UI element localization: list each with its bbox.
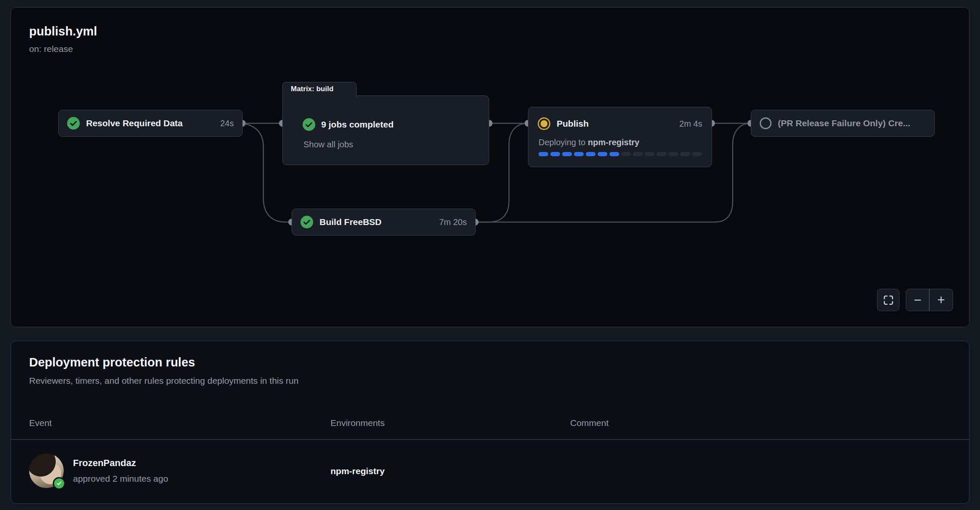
check-circle-icon (300, 216, 313, 228)
job-label: Resolve Required Data (86, 118, 214, 128)
progress-segment (539, 152, 548, 156)
empty-circle-icon (760, 117, 772, 129)
approval-status: approved 2 minutes ago (73, 474, 168, 484)
rules-subheading: Reviewers, timers, and other rules prote… (29, 376, 298, 386)
rules-heading: Deployment protection rules (29, 355, 195, 369)
job-duration: 24s (220, 119, 234, 128)
progress-segment (550, 152, 560, 156)
deploy-target: npm-registry (588, 138, 639, 147)
progress-segment (562, 152, 572, 156)
progress-segment (621, 152, 631, 156)
job-label: (PR Release Failure Only) Cre... (778, 118, 926, 128)
job-node-build-freebsd[interactable]: Build FreeBSD 7m 20s (292, 209, 476, 236)
table-divider (11, 439, 969, 440)
progress-circle-icon (538, 117, 550, 130)
approved-badge-icon (53, 477, 65, 490)
progress-segment (657, 152, 666, 156)
workflow-title: publish.yml (29, 24, 97, 38)
job-label: Publish (557, 119, 673, 129)
job-label: 9 jobs completed (321, 119, 394, 130)
reviewer-name[interactable]: FrozenPandaz (73, 458, 136, 469)
avatar[interactable] (29, 453, 64, 488)
progress-segment (633, 152, 643, 156)
zoom-controls: − + (906, 289, 953, 311)
fullscreen-button[interactable] (877, 289, 899, 311)
progress-segment (574, 152, 584, 156)
workflow-graph-panel: publish.yml on: release Resolve Required… (11, 7, 969, 327)
deployment-protection-panel: Deployment protection rules Reviewers, t… (11, 341, 969, 504)
job-duration: 7m 20s (439, 217, 467, 227)
zoom-in-button[interactable]: + (930, 289, 953, 311)
expand-icon (883, 295, 894, 306)
progress-segment (692, 152, 702, 156)
column-header-environments: Environments (330, 418, 384, 428)
progress-segment (586, 152, 596, 156)
zoom-out-button[interactable]: − (906, 289, 929, 311)
job-node-pr-release-failure[interactable]: (PR Release Failure Only) Cre... (751, 110, 935, 137)
check-circle-icon (67, 117, 80, 130)
progress-segment (598, 152, 607, 156)
matrix-tab-label: Matrix: build (291, 85, 333, 93)
job-duration: 2m 4s (680, 119, 702, 129)
check-circle-icon (303, 118, 315, 131)
progress-segment (669, 152, 678, 156)
workflow-edges (11, 8, 970, 328)
progress-segment (609, 152, 619, 156)
column-header-event: Event (29, 418, 52, 428)
show-all-jobs-link[interactable]: Show all jobs (303, 140, 353, 149)
job-node-resolve-required-data[interactable]: Resolve Required Data 24s (58, 110, 243, 137)
job-node-matrix-build[interactable]: 9 jobs completed Show all jobs (282, 95, 489, 165)
matrix-group-tab: Matrix: build (282, 82, 357, 97)
deploy-status-text: Deploying to npm-registry (539, 138, 639, 147)
environment-name[interactable]: npm-registry (330, 466, 384, 476)
deploy-progress-bar (539, 152, 702, 156)
workflow-trigger: on: release (29, 44, 73, 54)
job-label: Build FreeBSD (319, 217, 433, 227)
column-header-comment: Comment (570, 418, 609, 428)
progress-segment (645, 152, 655, 156)
job-node-publish[interactable]: Publish 2m 4s Deploying to npm-registry (528, 107, 712, 167)
progress-segment (680, 152, 690, 156)
